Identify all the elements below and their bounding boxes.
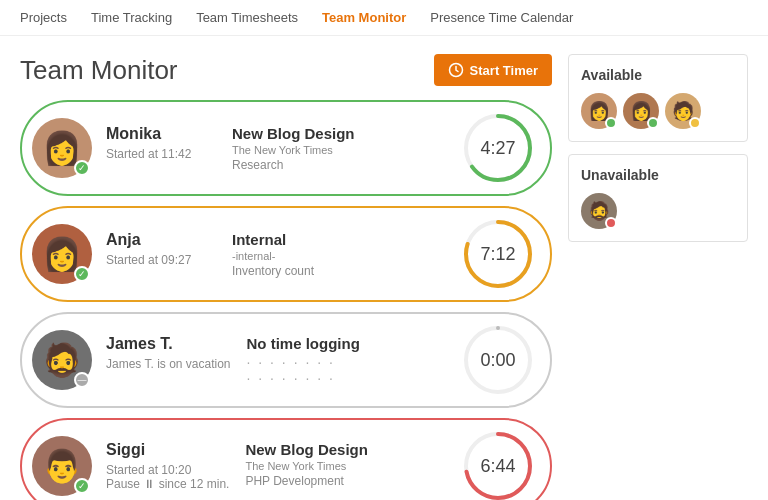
card-sub2-siggi: Pause ⏸ since 12 min. [106,477,229,491]
card-sub-james: James T. is on vacation [106,357,231,371]
nav-team-timesheets[interactable]: Team Timesheets [196,10,298,25]
card-james: 🧔 — James T. James T. is on vacation No … [20,312,552,408]
start-timer-button[interactable]: Start Timer [434,54,552,86]
avatar-badge-siggi: ✓ [74,478,90,494]
avatar-wrap-monika: 👩 ✓ [32,118,92,178]
unavailable-title: Unavailable [581,167,735,183]
timer-text-siggi: 6:44 [480,456,515,477]
card-task-title-anja: Internal [232,231,448,248]
card-anja: 👩 ✓ Anja Started at 09:27 Internal -inte… [20,206,552,302]
available-title: Available [581,67,735,83]
card-task-client-james: · · · · · · · · [247,354,448,370]
avatar-badge-anja: ✓ [74,266,90,282]
timer-text-anja: 7:12 [480,244,515,265]
card-task-type-james: · · · · · · · · [247,370,448,386]
available-avatar-2: 👩 [623,93,659,129]
avatar-badge-james: — [74,372,90,388]
unavailable-badge-1 [605,217,617,229]
card-task-client-anja: -internal- [232,250,448,262]
timer-wrap-james: 0:00 [462,324,534,396]
available-avatars: 👩 👩 🧑 [581,93,735,129]
card-person-james: James T. James T. is on vacation [106,335,231,386]
avatar-badge-monika: ✓ [74,160,90,176]
sidebar: Available 👩 👩 🧑 Unavailable [568,54,748,500]
card-sub-monika: Started at 11:42 [106,147,216,161]
nav-presence-calendar[interactable]: Presence Time Calendar [430,10,573,25]
cards-list: 👩 ✓ Monika Started at 11:42 New Blog Des… [20,100,552,500]
card-task-title-monika: New Blog Design [232,125,448,142]
nav-team-monitor[interactable]: Team Monitor [322,10,406,25]
card-info-james: James T. James T. is on vacation No time… [106,335,448,386]
card-task-monika: New Blog Design The New York Times Resea… [232,125,448,172]
page-container: Team Monitor Start Timer 👩 ✓ [0,36,768,500]
card-task-title-siggi: New Blog Design [245,441,448,458]
card-task-title-james: No time logging [247,335,448,352]
card-task-client-siggi: The New York Times [245,460,448,472]
available-avatar-3: 🧑 [665,93,701,129]
card-name-siggi: Siggi [106,441,229,459]
avatar-wrap-anja: 👩 ✓ [32,224,92,284]
unavailable-avatars: 🧔 [581,193,735,229]
card-info-anja: Anja Started at 09:27 Internal -internal… [106,231,448,278]
timer-wrap-anja: 7:12 [462,218,534,290]
card-task-anja: Internal -internal- Inventory count [232,231,448,278]
card-person-siggi: Siggi Started at 10:20 Pause ⏸ since 12 … [106,441,229,491]
card-person-anja: Anja Started at 09:27 [106,231,216,278]
timer-wrap-monika: 4:27 [462,112,534,184]
card-sub1-siggi: Started at 10:20 [106,463,229,477]
card-task-siggi: New Blog Design The New York Times PHP D… [245,441,448,491]
timer-wrap-siggi: 6:44 [462,430,534,500]
timer-text-monika: 4:27 [480,138,515,159]
card-task-type-anja: Inventory count [232,264,448,278]
avatar-wrap-siggi: 👨 ✓ [32,436,92,496]
timer-text-james: 0:00 [480,350,515,371]
timer-icon [448,62,464,78]
avatar-wrap-james: 🧔 — [32,330,92,390]
card-name-monika: Monika [106,125,216,143]
card-info-monika: Monika Started at 11:42 New Blog Design … [106,125,448,172]
card-name-james: James T. [106,335,231,353]
card-task-james: No time logging · · · · · · · · · · · · … [247,335,448,386]
card-task-client-monika: The New York Times [232,144,448,156]
card-siggi: 👨 ✓ Siggi Started at 10:20 Pause ⏸ since… [20,418,552,500]
available-badge-1 [605,117,617,129]
card-sub-anja: Started at 09:27 [106,253,216,267]
card-task-type-monika: Research [232,158,448,172]
title-row: Team Monitor Start Timer [20,54,552,86]
available-panel: Available 👩 👩 🧑 [568,54,748,142]
unavailable-avatar-1: 🧔 [581,193,617,229]
available-avatar-1: 👩 [581,93,617,129]
available-badge-3 [689,117,701,129]
card-task-type-siggi: PHP Development [245,474,448,488]
page-title: Team Monitor [20,55,178,86]
card-info-siggi: Siggi Started at 10:20 Pause ⏸ since 12 … [106,441,448,491]
nav-projects[interactable]: Projects [20,10,67,25]
card-monika: 👩 ✓ Monika Started at 11:42 New Blog Des… [20,100,552,196]
nav-bar: Projects Time Tracking Team Timesheets T… [0,0,768,36]
available-badge-2 [647,117,659,129]
nav-time-tracking[interactable]: Time Tracking [91,10,172,25]
unavailable-panel: Unavailable 🧔 [568,154,748,242]
card-name-anja: Anja [106,231,216,249]
card-person-monika: Monika Started at 11:42 [106,125,216,172]
main-content: Team Monitor Start Timer 👩 ✓ [20,54,552,500]
